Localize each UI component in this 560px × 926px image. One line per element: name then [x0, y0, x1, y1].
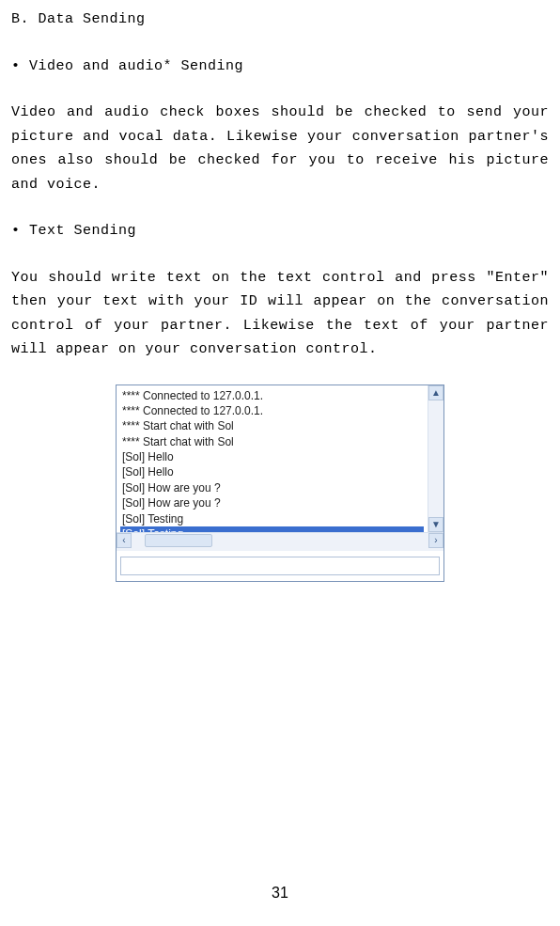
chat-line[interactable]: **** Connected to 127.0.0.1. — [120, 388, 424, 403]
chat-line[interactable]: [Sol] Hello — [120, 464, 424, 479]
chat-text-input[interactable] — [120, 557, 440, 575]
section-title: B. Data Sending — [11, 8, 549, 32]
bullet-text-sending: • Text Sending — [11, 219, 549, 243]
horizontal-scroll-thumb[interactable] — [145, 534, 212, 547]
horizontal-scrollbar[interactable]: ‹ › — [117, 532, 443, 548]
chat-line[interactable]: [Sol] Testing — [120, 511, 424, 526]
bullet-video-audio-sending: • Video and audio* Sending — [11, 55, 549, 79]
horizontal-scroll-track[interactable] — [132, 533, 428, 548]
chat-message-list[interactable]: **** Connected to 127.0.0.1.**** Connect… — [117, 385, 428, 532]
chat-screenshot: **** Connected to 127.0.0.1.**** Connect… — [11, 385, 549, 582]
vertical-scroll-track[interactable] — [428, 400, 443, 517]
vertical-scrollbar[interactable]: ▲ ▼ — [428, 385, 443, 532]
chat-line[interactable]: **** Start chat with Sol — [120, 418, 424, 433]
scroll-right-button[interactable]: › — [428, 533, 443, 548]
chat-line[interactable]: [Sol] How are you ? — [120, 480, 424, 495]
chat-line[interactable]: [Sol] Hello — [120, 449, 424, 464]
chat-line[interactable]: [Sol] How are you ? — [120, 495, 424, 510]
paragraph-text-sending: You should write text on the text contro… — [11, 266, 549, 362]
scroll-down-button[interactable]: ▼ — [428, 517, 443, 532]
scroll-up-button[interactable]: ▲ — [428, 385, 443, 400]
chat-line[interactable]: **** Connected to 127.0.0.1. — [120, 403, 424, 418]
chat-input-area — [117, 548, 443, 581]
page-number: 31 — [0, 880, 560, 905]
paragraph-video-audio: Video and audio check boxes should be ch… — [11, 101, 549, 196]
scroll-left-button[interactable]: ‹ — [117, 533, 132, 548]
chat-panel: **** Connected to 127.0.0.1.**** Connect… — [116, 385, 444, 582]
chat-line[interactable]: [Sol] Testing — [120, 526, 424, 531]
chat-line[interactable]: **** Start chat with Sol — [120, 434, 424, 449]
